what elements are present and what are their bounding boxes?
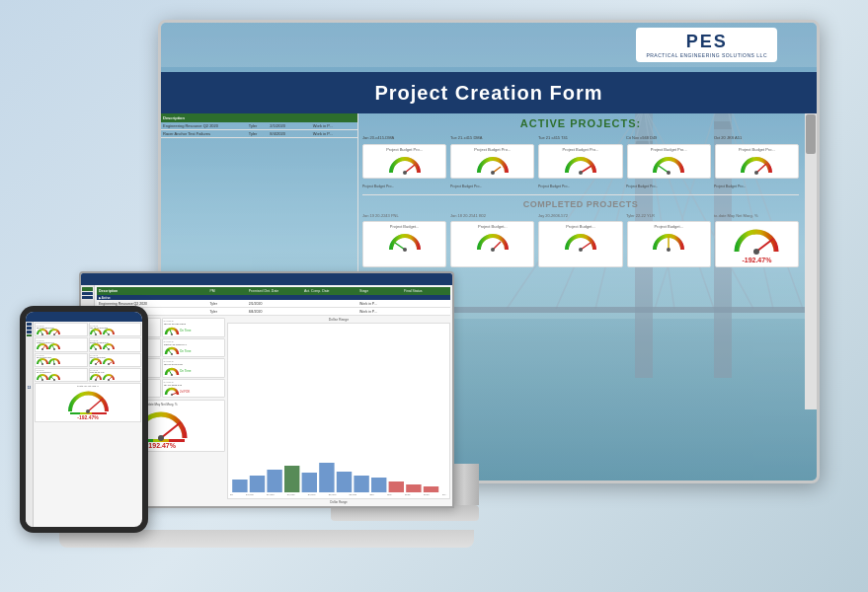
svg-point-39 (171, 333, 173, 335)
completed-gauge-label: Project Budget... (453, 225, 531, 230)
bar-chart-svg (230, 458, 447, 492)
card-status: On Time (180, 369, 191, 373)
svg-point-73 (53, 333, 55, 335)
svg-point-83 (95, 348, 97, 350)
svg-line-34 (756, 239, 773, 252)
card-gauge-row: On Time (164, 367, 224, 376)
mobile-sidebar-item[interactable] (27, 327, 32, 330)
svg-point-81 (53, 348, 55, 350)
mobile-gauge-row (37, 343, 87, 350)
gauge-project-label: Project Budget Pro... (718, 148, 796, 153)
mobile-gauge-value: -192.47% (37, 414, 139, 420)
mobile-gauge-svg (37, 343, 48, 350)
svg-rect-67 (389, 481, 404, 492)
svg-point-51 (171, 394, 173, 396)
svg-rect-60 (267, 470, 281, 492)
card-gauge-svg (164, 346, 180, 355)
svg-point-107 (86, 409, 90, 413)
chart-x-label: $10K (405, 493, 411, 496)
card-gauge-svg (164, 387, 180, 396)
mobile-screen: 12 SAMPLE Jan 19 20-2243-PNL (26, 312, 142, 527)
svg-rect-63 (319, 463, 334, 492)
mobile-body-area: 12 SAMPLE Jan 19 20-2243-PNL (26, 322, 142, 527)
gauge-svg-red3 (739, 155, 774, 175)
sidebar-nav-item[interactable] (82, 292, 93, 295)
row-date: 8/4/2020 (249, 310, 304, 314)
pes-logo: PES PRACTICAL ENGINEERING SOLUTIONS LLC (636, 28, 777, 62)
mobile-gauge-svg (37, 374, 48, 381)
card-gauge-row: On Time (164, 327, 224, 335)
col-promised: Promised Det. Date (249, 289, 304, 293)
completed-projects-title: COMPLETED PROJECTS (362, 199, 799, 209)
mobile-gauge-label: to-date May Net Marg. % (37, 385, 139, 387)
list-item: SAMPLE Jay 20-2606-572 (35, 368, 88, 382)
list-item: SAMPLE Jan 20-2022 N03 (35, 353, 88, 367)
svg-point-27 (403, 248, 407, 252)
sidebar-nav-item[interactable] (82, 287, 93, 291)
svg-point-101 (108, 379, 110, 381)
project-detail: Project Budget Pro... (450, 185, 535, 188)
gauge-svg-red (387, 155, 423, 175)
mobile-gauge-row (37, 358, 87, 365)
mobile-gauge-svg (48, 329, 60, 335)
mobile-gauge-svg (37, 358, 48, 365)
dashboard-split: SAMPLE Jan 19 20-2243-PNL (97, 318, 450, 504)
mobile-sidebar-item[interactable] (27, 331, 32, 333)
chart-x-label: $1,000 (246, 493, 254, 496)
mobile-gauge-svg (90, 329, 102, 335)
gauge-project-label: Project Budget Pro... (365, 148, 443, 153)
completed-gauge-card: Project Budget... (450, 221, 534, 267)
row-stage: Work in P... (359, 302, 404, 306)
svg-point-17 (403, 171, 407, 175)
bar-chart: $0 $1,000 $1,500 $2,000 $2,500 $3,000 $5… (227, 323, 450, 499)
gauge-project-label: Project Budget Pro... (541, 148, 619, 153)
monitor-scrollbar[interactable] (805, 113, 817, 409)
chart-x-label: $5K (387, 493, 391, 496)
svg-point-97 (53, 379, 55, 381)
project-gauge-card: Project Budget Pro... (715, 144, 799, 179)
svg-point-33 (667, 248, 671, 252)
completed-gauge-svg2 (475, 232, 511, 252)
project-detail: Project Budget Pro... (714, 185, 799, 188)
mobile-big-gauge-panel: to-date May Net Marg. % (35, 383, 141, 422)
laptop-table-section: Description PM Promised Det. Date Act. C… (97, 287, 450, 316)
svg-point-25 (754, 171, 758, 175)
mobile-gauge-svg (90, 343, 102, 350)
svg-point-89 (53, 363, 55, 365)
svg-point-21 (579, 171, 583, 175)
svg-point-99 (95, 379, 97, 381)
mobile-gauge-svg (48, 358, 60, 365)
svg-rect-62 (302, 473, 317, 492)
list-item: SAMPLE Written 20-2545 PYL (35, 337, 88, 351)
row-description: Engineering Resource Q2 2020 (99, 302, 209, 306)
mobile-sidebar: 12 (26, 322, 34, 527)
svg-rect-59 (250, 476, 265, 492)
project-gauge-card: Project Budget Pro... (538, 144, 622, 179)
monitor-top-bar: PES PRACTICAL ENGINEERING SOLUTIONS LLC (161, 23, 817, 67)
mobile-nav-bar (26, 312, 142, 322)
sidebar-nav-item[interactable] (82, 296, 93, 299)
svg-line-24 (756, 164, 766, 173)
chart-x-label: $2,000 (287, 493, 295, 496)
mobile-sidebar-item[interactable] (27, 334, 32, 336)
mobile-body: 12 SAMPLE Jan 19 20-2243-PNL (20, 306, 148, 533)
mobile-gauge-svg (103, 329, 115, 335)
gauge-svg-red2 (563, 155, 598, 175)
svg-point-71 (41, 333, 43, 335)
mobile-gauge-svg (37, 329, 48, 335)
chart-x-label: $15K (424, 493, 430, 496)
mobile-gauge-row (90, 374, 140, 381)
gauge-svg-green (651, 155, 686, 175)
completed-gauge-svg4 (651, 232, 686, 252)
active-project-gauges-row1: Project Budget Pro... (362, 144, 799, 179)
svg-point-47 (171, 374, 173, 376)
svg-point-35 (753, 249, 759, 255)
svg-line-106 (88, 399, 103, 411)
gauge-project-label: Project Budget Pro... (630, 148, 708, 153)
mobile-gauge-row (37, 329, 87, 335)
col-stage: Stage (359, 289, 404, 293)
mobile-sidebar-item[interactable] (27, 323, 32, 326)
completed-projects-section: COMPLETED PROJECTS Jan 19 20-2243 PNL Ja… (362, 194, 799, 267)
svg-point-87 (41, 363, 43, 365)
svg-line-56 (161, 422, 181, 438)
